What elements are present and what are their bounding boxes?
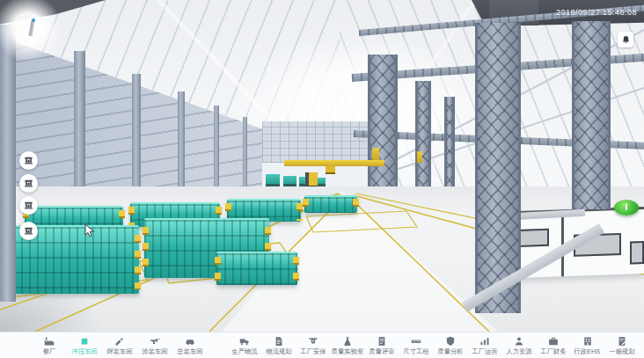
- report-icon: [377, 336, 387, 347]
- toolbar-item-general-planning[interactable]: 一般规划: [604, 336, 639, 355]
- toolbar-item-label: 总装车间: [177, 348, 202, 354]
- press-icon: [24, 226, 33, 236]
- datetime-display: 2018/09/27 15:48:08: [556, 8, 637, 17]
- digital-twin-app: 2018/09/27 15:48:08 整厂冲压车间焊装车间涂装车间总装车间 生…: [0, 0, 644, 358]
- toolbar-item-label: 工厂运营: [472, 348, 497, 354]
- building-icon: [582, 336, 593, 347]
- toolbar-item-label: 整厂: [43, 348, 56, 354]
- stamping-icon: [79, 336, 90, 347]
- toolbar-item-factory-operations[interactable]: 工厂运营: [467, 336, 501, 355]
- toolbar-item-label: 工厂安保: [300, 348, 326, 354]
- toolbar-item-label: 焊装车间: [106, 348, 132, 354]
- briefcase-icon: [548, 336, 559, 347]
- ruler-icon: [411, 336, 421, 347]
- toolbar-item-label: 人力资源: [506, 348, 531, 354]
- steel-column: [0, 25, 16, 302]
- die-stack: [216, 252, 297, 285]
- document-icon: [274, 336, 284, 347]
- shield-icon: [445, 336, 456, 347]
- flask-icon: [342, 336, 353, 347]
- plan-icon: [617, 336, 627, 347]
- toolbar-item-label: 尺寸工程: [403, 348, 428, 354]
- die-stack: [304, 195, 357, 213]
- toolbar-item-assembly-shop[interactable]: 总装车间: [172, 336, 208, 355]
- toolbar-item-welding-shop[interactable]: 焊装车间: [102, 336, 137, 355]
- press-icon: [24, 201, 33, 210]
- toolbar-item-production-logistics[interactable]: 生产物流: [227, 336, 261, 355]
- side-button-press-line-2[interactable]: [19, 174, 38, 193]
- toolbar-item-label: 工厂财务: [540, 348, 566, 354]
- camera-icon: [308, 336, 318, 347]
- toolbar-item-factory-finance[interactable]: 工厂财务: [536, 336, 570, 355]
- toolbar-item-dimension-engineering[interactable]: 尺寸工程: [399, 336, 433, 355]
- window: [630, 241, 644, 265]
- press-icon: [24, 179, 33, 188]
- toolbar-item-label: 质量分析: [437, 348, 463, 354]
- toolbar-item-painting-shop[interactable]: 涂装车间: [137, 336, 172, 355]
- toolbar-item-human-resources[interactable]: 人力资源: [501, 336, 536, 355]
- toolbar-item-label: 涂装车间: [142, 348, 167, 354]
- welding-icon: [114, 336, 125, 347]
- poi-marker[interactable]: [614, 200, 639, 216]
- module-nav-group: 生产物流物流规划工厂安保质量实验室质量评审尺寸工程质量分析工厂运营人力资源工厂财…: [227, 336, 639, 355]
- toolbar-item-factory-security[interactable]: 工厂安保: [296, 336, 330, 355]
- workshop-nav-group: 整厂冲压车间焊装车间涂装车间总装车间: [32, 336, 208, 355]
- mouse-cursor: [84, 223, 95, 237]
- side-button-press-line-4[interactable]: [19, 222, 38, 240]
- truck-icon: [239, 336, 250, 347]
- chart-icon: [479, 336, 490, 347]
- painting-icon: [150, 336, 160, 347]
- factory-icon: [44, 336, 55, 347]
- bell-icon: [621, 35, 631, 45]
- assembly-icon: [185, 336, 195, 347]
- toolbar-item-label: 质量评审: [369, 348, 394, 354]
- toolbar-item-admin-ehs[interactable]: 行政EHS: [570, 336, 604, 355]
- toolbar-item-label: 冲压车间: [71, 348, 97, 354]
- notification-button[interactable]: [618, 32, 633, 47]
- stack-beacon: [32, 18, 35, 22]
- toolbar-item-label: 行政EHS: [574, 348, 601, 354]
- side-button-press-line-1[interactable]: [19, 151, 38, 170]
- toolbar-item-label: 物流规划: [266, 348, 291, 354]
- toolbar-item-quality-lab[interactable]: 质量实验室: [330, 336, 364, 355]
- toolbar-item-stamping-shop[interactable]: 冲压车间: [67, 336, 102, 355]
- toolbar-item-label: 一般规划: [609, 348, 634, 354]
- toolbar-item-quality-analysis[interactable]: 质量分析: [433, 336, 467, 355]
- bottom-toolbar: 整厂冲压车间焊装车间涂装车间总装车间 生产物流物流规划工厂安保质量实验室质量评审…: [0, 332, 644, 358]
- press-icon: [24, 156, 33, 165]
- toolbar-item-logistics-planning[interactable]: 物流规划: [261, 336, 296, 355]
- toolbar-item-quality-review[interactable]: 质量评审: [364, 336, 399, 355]
- 3d-viewport[interactable]: [0, 0, 644, 332]
- toolbar-item-plant-overview[interactable]: 整厂: [32, 336, 67, 355]
- person-icon: [514, 336, 524, 347]
- toolbar-item-label: 质量实验室: [331, 348, 363, 354]
- side-button-press-line-3[interactable]: [19, 196, 38, 215]
- lattice-column: [572, 21, 611, 209]
- lattice-column: [475, 23, 521, 313]
- toolbar-item-label: 生产物流: [231, 348, 257, 354]
